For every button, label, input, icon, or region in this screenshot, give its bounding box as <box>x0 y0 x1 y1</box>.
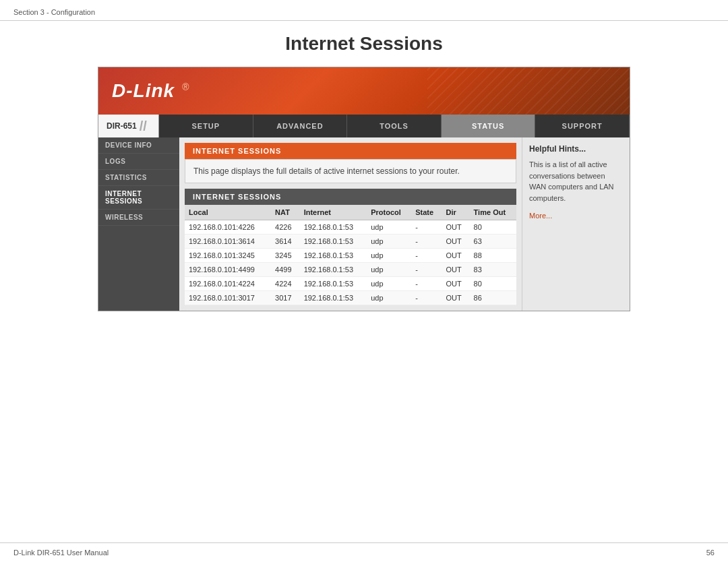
nav-tab-status[interactable]: Status <box>442 115 536 137</box>
cell-nat: 4224 <box>271 277 300 291</box>
nav-tabs: Setup Advanced Tools Status Support <box>159 115 630 137</box>
table-header-row: Local NAT Internet Protocol State Dir Ti… <box>185 205 516 220</box>
dlink-trademark: ® <box>182 82 189 92</box>
nav-tab-setup[interactable]: Setup <box>159 115 253 137</box>
sidebar: DEVICE INFO LOGS STATISTICS INTERNET SES… <box>98 137 179 311</box>
cell-state: - <box>411 291 442 305</box>
dlink-logo: D-Link ® <box>112 80 189 102</box>
cell-state: - <box>411 249 442 263</box>
cell-nat: 3614 <box>271 235 300 249</box>
table-row: 192.168.0.101:4499 4499 192.168.0.1:53 u… <box>185 263 516 277</box>
cell-nat: 3017 <box>271 291 300 305</box>
nav-model-text: DIR-651 <box>107 121 137 131</box>
cell-nat: 4499 <box>271 263 300 277</box>
footer-left: D-Link DIR-651 User Manual <box>13 549 109 557</box>
col-protocol: Protocol <box>367 205 411 220</box>
cell-nat: 3245 <box>271 249 300 263</box>
cell-local: 192.168.0.101:3245 <box>185 249 271 263</box>
hints-text: This is a list of all active conversatio… <box>529 159 623 204</box>
cell-internet: 192.168.0.1:53 <box>300 220 367 235</box>
hints-more-link[interactable]: More... <box>529 212 623 220</box>
cell-protocol: udp <box>367 291 411 305</box>
sidebar-item-logs[interactable]: LOGS <box>98 154 179 170</box>
nav-model: DIR-651 // <box>98 115 159 137</box>
nav-tab-advanced[interactable]: Advanced <box>253 115 348 137</box>
footer-right: 56 <box>706 549 715 557</box>
col-internet: Internet <box>300 205 367 220</box>
page-footer: D-Link DIR-651 User Manual 56 <box>0 542 728 562</box>
cell-dir: OUT <box>442 263 470 277</box>
table-row: 192.168.0.101:3245 3245 192.168.0.1:53 u… <box>185 249 516 263</box>
cell-dir: OUT <box>442 249 470 263</box>
nav-bar: DIR-651 // Setup Advanced Tools Status S… <box>98 115 630 137</box>
cell-internet: 192.168.0.1:53 <box>300 277 367 291</box>
cell-local: 192.168.0.101:3614 <box>185 235 271 249</box>
cell-internet: 192.168.0.1:53 <box>300 291 367 305</box>
info-box: This page displays the full details of a… <box>185 159 516 183</box>
cell-timeout: 88 <box>470 249 516 263</box>
cell-internet: 192.168.0.1:53 <box>300 263 367 277</box>
col-dir: Dir <box>442 205 470 220</box>
sidebar-item-device-info[interactable]: DEVICE INFO <box>98 137 179 154</box>
cell-protocol: udp <box>367 263 411 277</box>
cell-protocol: udp <box>367 249 411 263</box>
nav-tab-tools[interactable]: Tools <box>347 115 442 137</box>
cell-timeout: 83 <box>470 263 516 277</box>
dlink-logo-text: D-Link <box>112 80 175 101</box>
cell-timeout: 86 <box>470 291 516 305</box>
sidebar-item-internet-sessions[interactable]: INTERNET SESSIONS <box>98 186 179 210</box>
table-row: 192.168.0.101:3017 3017 192.168.0.1:53 u… <box>185 291 516 305</box>
dlink-banner: D-Link ® <box>98 67 630 115</box>
col-timeout: Time Out <box>470 205 516 220</box>
cell-dir: OUT <box>442 277 470 291</box>
cell-internet: 192.168.0.1:53 <box>300 249 367 263</box>
cell-state: - <box>411 220 442 235</box>
hints-title: Helpful Hints... <box>529 144 623 154</box>
sidebar-item-wireless[interactable]: WIRELESS <box>98 210 179 226</box>
table-section: INTERNET SESSIONS Local NAT Internet Pro… <box>185 189 516 305</box>
sidebar-item-statistics[interactable]: STATISTICS <box>98 170 179 186</box>
cell-internet: 192.168.0.1:53 <box>300 235 367 249</box>
table-header-bar: INTERNET SESSIONS <box>185 189 516 205</box>
cell-dir: OUT <box>442 220 470 235</box>
page-title: Internet Sessions <box>0 21 728 67</box>
cell-protocol: udp <box>367 277 411 291</box>
cell-state: - <box>411 235 442 249</box>
cell-timeout: 63 <box>470 235 516 249</box>
cell-state: - <box>411 263 442 277</box>
cell-dir: OUT <box>442 291 470 305</box>
sessions-table: Local NAT Internet Protocol State Dir Ti… <box>185 205 516 305</box>
info-description: This page displays the full details of a… <box>193 166 460 176</box>
router-ui: D-Link ® DIR-651 // Setup Advanced Tools… <box>98 67 630 311</box>
cell-timeout: 80 <box>470 220 516 235</box>
cell-local: 192.168.0.101:4224 <box>185 277 271 291</box>
cell-local: 192.168.0.101:4499 <box>185 263 271 277</box>
cell-state: - <box>411 277 442 291</box>
section-label: Section 3 - Configuration <box>13 8 95 16</box>
cell-timeout: 80 <box>470 277 516 291</box>
table-row: 192.168.0.101:4226 4226 192.168.0.1:53 u… <box>185 220 516 235</box>
col-state: State <box>411 205 442 220</box>
cell-local: 192.168.0.101:4226 <box>185 220 271 235</box>
col-local: Local <box>185 205 271 220</box>
content-panel: INTERNET SESSIONS This page displays the… <box>179 137 522 311</box>
table-row: 192.168.0.101:4224 4224 192.168.0.1:53 u… <box>185 277 516 291</box>
cell-protocol: udp <box>367 220 411 235</box>
router-main: DEVICE INFO LOGS STATISTICS INTERNET SES… <box>98 137 630 311</box>
col-nat: NAT <box>271 205 300 220</box>
nav-tab-support[interactable]: Support <box>535 115 630 137</box>
section-header-orange: INTERNET SESSIONS <box>185 143 516 159</box>
nav-model-slash: // <box>140 119 147 134</box>
cell-local: 192.168.0.101:3017 <box>185 291 271 305</box>
hints-panel: Helpful Hints... This is a list of all a… <box>522 137 630 311</box>
table-row: 192.168.0.101:3614 3614 192.168.0.1:53 u… <box>185 235 516 249</box>
cell-dir: OUT <box>442 235 470 249</box>
cell-nat: 4226 <box>271 220 300 235</box>
cell-protocol: udp <box>367 235 411 249</box>
page-header: Section 3 - Configuration <box>0 0 728 21</box>
